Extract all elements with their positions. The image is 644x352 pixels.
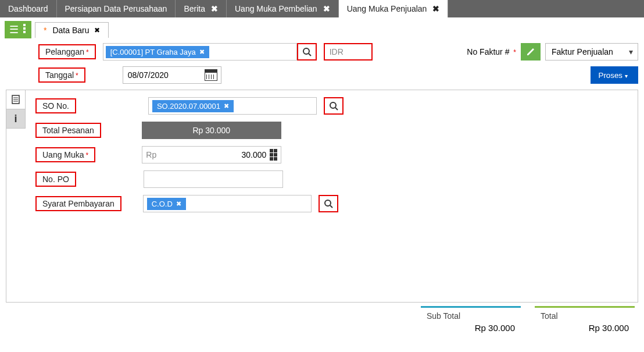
tab-label: Uang Muka Penjualan: [347, 4, 427, 13]
faktur-select[interactable]: Faktur Penjualan: [545, 43, 638, 61]
uang-muka-value: 30.000: [160, 150, 266, 159]
pelanggan-token[interactable]: [C.00001] PT Graha Jaya ✖: [106, 46, 209, 58]
token-text: [C.00001] PT Graha Jaya: [110, 48, 196, 56]
info-icon: i: [14, 113, 17, 125]
tab-label: Dashboard: [8, 4, 48, 13]
svg-point-8: [325, 200, 331, 206]
date-value: 08/07/2020: [128, 70, 169, 80]
sub-tab-label: Data Baru: [52, 26, 89, 35]
list-menu-button[interactable]: [5, 21, 31, 38]
tab-label: Persiapan Data Perusahaan: [65, 4, 167, 13]
currency-prefix: Rp: [146, 150, 156, 159]
label-text: Total Pesanan: [42, 126, 94, 135]
tab-label: Uang Muka Pembelian: [235, 4, 317, 13]
side-tabs: i: [6, 90, 27, 302]
svg-line-7: [335, 108, 338, 110]
remove-token-icon[interactable]: ✖: [224, 102, 229, 110]
tab-persiapan[interactable]: Persiapan Data Perusahaan: [57, 0, 176, 17]
total-pesanan-display: Rp 30.000: [142, 122, 281, 139]
detail-body: SO No. SO.2020.07.00001 ✖ Total Pesanan …: [27, 90, 638, 302]
footer-totals: Sub Total Rp 30.000 Total Rp 30.000: [0, 303, 644, 339]
total-value: Rp 30.000: [541, 323, 629, 333]
remove-token-icon[interactable]: ✖: [199, 48, 205, 56]
syarat-search-button[interactable]: [319, 195, 338, 212]
subtotal-box: Sub Total Rp 30.000: [421, 306, 521, 339]
search-icon: [329, 101, 338, 111]
calculator-icon[interactable]: [270, 149, 277, 161]
search-icon: [324, 199, 333, 208]
svg-line-1: [309, 54, 311, 56]
main-tabs-bar: Dashboard Persiapan Data Perusahaan Beri…: [0, 0, 644, 17]
currency-display: IDR: [324, 43, 373, 61]
tanggal-input[interactable]: 08/07/2020: [123, 66, 221, 84]
so-picker[interactable]: SO.2020.07.00001 ✖: [148, 97, 317, 115]
modified-indicator: *: [44, 26, 46, 35]
total-value: Rp 30.000: [192, 126, 230, 135]
label-tanggal: Tanggal*: [38, 67, 85, 83]
label-so-no: SO No.: [35, 98, 76, 113]
label-text: Syarat Pembayaran: [42, 199, 115, 208]
tab-uang-penjualan[interactable]: Uang Muka Penjualan ✖: [339, 0, 449, 17]
syarat-token[interactable]: C.O.D ✖: [147, 198, 186, 210]
svg-point-6: [330, 102, 336, 108]
subtotal-value: Rp 30.000: [427, 323, 515, 333]
pelanggan-search-button[interactable]: [297, 43, 317, 61]
proses-button[interactable]: Proses: [591, 66, 638, 84]
uang-muka-input[interactable]: Rp 30.000: [142, 146, 281, 163]
no-po-input[interactable]: [144, 170, 283, 188]
label-no-faktur: No Faktur # *: [467, 47, 516, 56]
svg-line-9: [330, 205, 332, 208]
token-text: SO.2020.07.00001: [157, 102, 220, 111]
svg-point-0: [303, 48, 309, 54]
label-text: SO No.: [42, 101, 69, 111]
close-icon[interactable]: ✖: [323, 4, 330, 13]
label-text: Uang Muka: [42, 150, 84, 159]
label-text: No. PO: [42, 175, 69, 184]
total-label: Total: [541, 311, 629, 321]
label-text: Tanggal: [45, 70, 74, 80]
close-icon[interactable]: ✖: [211, 4, 218, 13]
so-token[interactable]: SO.2020.07.00001 ✖: [152, 100, 234, 112]
label-pelanggan: Pelanggan*: [38, 44, 96, 59]
tab-label: Berita: [184, 4, 205, 13]
label-text: Pelanggan: [45, 47, 84, 56]
remove-token-icon[interactable]: ✖: [176, 200, 181, 208]
tab-berita[interactable]: Berita ✖: [176, 0, 227, 17]
label-no-po: No. PO: [35, 172, 76, 187]
label-syarat: Syarat Pembayaran: [35, 196, 121, 211]
close-icon[interactable]: ✖: [432, 4, 439, 13]
close-icon[interactable]: ✖: [94, 26, 100, 34]
subtotal-label: Sub Total: [427, 311, 515, 321]
search-icon: [302, 47, 312, 56]
side-tab-detail[interactable]: [6, 90, 26, 109]
side-tab-info[interactable]: i: [6, 109, 26, 129]
document-icon: [10, 94, 21, 105]
edit-faktur-button[interactable]: [521, 43, 541, 61]
label-total-pesanan: Total Pesanan: [35, 123, 101, 138]
button-label: Proses: [599, 71, 622, 80]
syarat-picker[interactable]: C.O.D ✖: [143, 195, 312, 212]
total-box: Total Rp 30.000: [535, 306, 635, 339]
label-text: No Faktur #: [467, 47, 509, 56]
so-search-button[interactable]: [324, 97, 344, 115]
pelanggan-picker[interactable]: [C.00001] PT Graha Jaya ✖: [103, 43, 297, 61]
sub-tab-data-baru[interactable]: * Data Baru ✖: [35, 22, 109, 38]
label-uang-muka: Uang Muka*: [35, 147, 95, 162]
select-value: Faktur Penjualan: [552, 47, 613, 56]
form-header-area: Pelanggan* [C.00001] PT Graha Jaya ✖ IDR…: [0, 40, 644, 84]
tab-dashboard[interactable]: Dashboard: [0, 0, 57, 17]
currency-text: IDR: [330, 47, 344, 56]
pencil-icon: [526, 47, 535, 56]
token-text: C.O.D: [152, 200, 173, 208]
tab-uang-pembelian[interactable]: Uang Muka Pembelian ✖: [227, 0, 339, 17]
sub-header: * Data Baru ✖: [0, 17, 644, 40]
detail-panel: i SO No. SO.2020.07.00001 ✖ Total Pesana…: [6, 90, 638, 303]
